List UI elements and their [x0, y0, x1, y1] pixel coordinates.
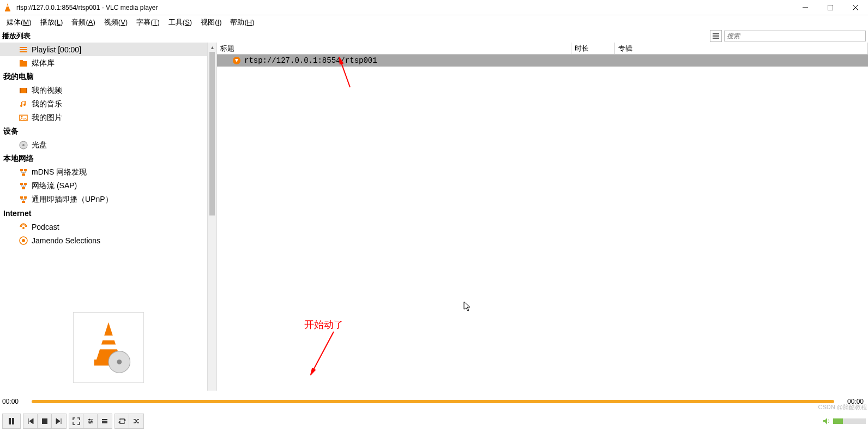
- sidebar-item-label: 媒体库: [32, 58, 55, 68]
- sidebar-item[interactable]: Podcast: [0, 220, 216, 234]
- loop-button[interactable]: [115, 414, 129, 428]
- scroll-up-icon[interactable]: ▴: [208, 43, 216, 52]
- svg-rect-42: [12, 418, 14, 424]
- sidebar-section-header: 设备: [0, 124, 216, 138]
- playlist-header-row: 播放列表: [0, 29, 868, 43]
- sidebar-item[interactable]: mDNS 网络发现: [0, 165, 216, 179]
- sidebar-item[interactable]: 我的视频: [0, 83, 216, 97]
- scroll-thumb[interactable]: [209, 52, 215, 216]
- menu-video[interactable]: 视频(V): [100, 17, 132, 27]
- svg-rect-22: [24, 169, 27, 171]
- svg-rect-24: [20, 183, 23, 185]
- annotation-text: 开始动了: [304, 318, 343, 331]
- svg-rect-34: [101, 336, 115, 340]
- picture-icon: [19, 113, 28, 123]
- seek-bar[interactable]: [32, 400, 834, 403]
- sidebar-item[interactable]: 媒体库: [0, 56, 216, 70]
- playlist-toggle-button[interactable]: [98, 414, 112, 428]
- sidebar-item-label: 我的视频: [32, 86, 62, 95]
- pause-button[interactable]: [2, 414, 21, 429]
- video-icon: [19, 86, 28, 95]
- svg-rect-29: [22, 201, 25, 203]
- sidebar-item-label: Internet: [3, 209, 31, 218]
- svg-rect-41: [9, 418, 11, 424]
- sidebar-item-label: 我的电脑: [3, 72, 34, 82]
- sidebar-tree: Playlist [00:00]媒体库我的电脑我的视频我的音乐我的图片设备光盘本…: [0, 43, 216, 307]
- window-title: rtsp://127.0.0.1:8554/rtsp001 - VLC medi…: [16, 4, 793, 11]
- svg-point-48: [91, 421, 92, 422]
- sidebar-item[interactable]: Playlist [00:00]: [0, 43, 216, 56]
- fullscreen-button[interactable]: [69, 414, 83, 428]
- sidebar-item-label: 本地网络: [3, 154, 34, 164]
- menu-audio[interactable]: 音频(A): [67, 17, 99, 27]
- menu-tools[interactable]: 工具(S): [164, 17, 196, 27]
- menu-bar: 媒体(M) 播放(L) 音频(A) 视频(V) 字幕(T) 工具(S) 视图(I…: [0, 15, 868, 29]
- playlist-pane: 标题 时长 专辑 rtsp://127.0.0.1:8554/rtsp001 开…: [217, 43, 868, 391]
- podcast-icon: [19, 222, 28, 232]
- volume-icon: [823, 417, 831, 425]
- column-album[interactable]: 专辑: [615, 43, 868, 54]
- folder-icon: [19, 58, 28, 68]
- svg-rect-9: [20, 47, 27, 48]
- playlist-icon: [19, 45, 28, 55]
- svg-point-20: [22, 144, 25, 146]
- jamendo-icon: [19, 236, 28, 246]
- stop-button[interactable]: [38, 414, 52, 428]
- sidebar-section-header: Internet: [0, 206, 216, 220]
- svg-point-49: [89, 422, 91, 424]
- minimize-button[interactable]: [793, 0, 818, 15]
- sidebar-item-label: mDNS 网络发现: [32, 167, 87, 177]
- column-title[interactable]: 标题: [217, 43, 571, 54]
- svg-rect-12: [20, 61, 27, 67]
- menu-subtitle[interactable]: 字幕(T): [132, 17, 164, 27]
- volume-control[interactable]: [823, 417, 866, 425]
- playlist-row[interactable]: rtsp://127.0.0.1:8554/rtsp001: [217, 55, 868, 67]
- disc-icon: [19, 140, 28, 150]
- extended-settings-button[interactable]: [83, 414, 98, 428]
- svg-rect-1: [6, 5, 9, 7]
- sidebar-item[interactable]: 网络流 (SAP): [0, 179, 216, 193]
- maximize-button[interactable]: [818, 0, 843, 15]
- svg-rect-27: [20, 196, 23, 199]
- album-art: [73, 312, 144, 383]
- svg-rect-21: [20, 169, 23, 171]
- sidebar-item[interactable]: Jamendo Selections: [0, 234, 216, 247]
- svg-point-18: [21, 116, 23, 117]
- svg-rect-14: [20, 88, 27, 93]
- close-button[interactable]: [843, 0, 868, 15]
- sidebar-scrollbar[interactable]: ▴: [207, 43, 216, 391]
- column-duration[interactable]: 时长: [571, 43, 615, 54]
- search-input[interactable]: [724, 31, 866, 41]
- volume-slider[interactable]: [833, 418, 866, 424]
- time-total: 00:00: [839, 398, 864, 405]
- sidebar-item[interactable]: 光盘: [0, 138, 216, 152]
- network-stream-icon: [232, 56, 241, 65]
- sidebar-item[interactable]: 我的图片: [0, 111, 216, 124]
- svg-point-30: [22, 227, 25, 229]
- sidebar-item-label: Podcast: [32, 223, 59, 231]
- svg-rect-50: [102, 419, 107, 420]
- svg-rect-25: [24, 183, 27, 185]
- menu-help[interactable]: 帮助(H): [226, 17, 258, 27]
- next-button[interactable]: [52, 414, 66, 428]
- main-split: Playlist [00:00]媒体库我的电脑我的视频我的音乐我的图片设备光盘本…: [0, 43, 868, 391]
- svg-line-40: [312, 332, 334, 373]
- previous-button[interactable]: [23, 414, 38, 428]
- sidebar-item-label: 我的音乐: [32, 99, 62, 109]
- view-group: [69, 414, 112, 429]
- svg-rect-43: [42, 418, 47, 424]
- sidebar-item-label: Jamendo Selections: [32, 236, 100, 245]
- svg-rect-11: [20, 51, 27, 52]
- sidebar-item[interactable]: 通用即插即播（UPnP）: [0, 193, 216, 206]
- shuffle-button[interactable]: [129, 414, 143, 428]
- svg-rect-7: [713, 35, 719, 37]
- menu-playback[interactable]: 播放(L): [36, 17, 68, 27]
- svg-point-32: [22, 239, 25, 242]
- svg-rect-16: [26, 88, 27, 93]
- view-mode-button[interactable]: [710, 30, 722, 42]
- sidebar-item[interactable]: 我的音乐: [0, 97, 216, 111]
- menu-view[interactable]: 视图(I): [196, 17, 226, 27]
- svg-rect-51: [102, 421, 107, 422]
- menu-media[interactable]: 媒体(M): [2, 17, 36, 27]
- svg-rect-13: [20, 60, 23, 62]
